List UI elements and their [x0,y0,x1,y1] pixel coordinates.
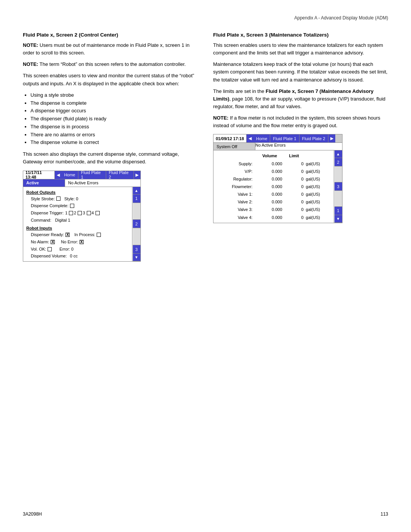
dispense-trigger-row: Dispense Trigger: 1 2 3 4 [26,209,129,217]
list-item: There are no alarms or errors [30,131,198,139]
right-screen-status-errors: No Active Errors [255,143,285,150]
right-para3-prefix: The limits are set in the [213,88,266,94]
list-item: A dispense trigger occurs [30,107,198,115]
dispense-trigger-label: Dispense Trigger: [31,209,64,217]
table-row: Valve 2: 0.000 0 gal(US) [216,198,331,206]
row-label: Regulator: [216,175,256,183]
left-screen-status-errors: No Active Errors [65,179,101,187]
row-unit: gal(US) [304,214,331,221]
vol-ok-row: Vol. OK: Error: 0 [26,246,129,253]
dispenser-ready-label: Dispenser Ready: [31,231,64,238]
vol-ok-checkbox [48,247,52,251]
note3: NOTE: If a flow meter is not included in… [213,114,388,129]
list-item: The dispense volume is correct [30,139,198,147]
row-label: Valve 4: [216,214,256,221]
trigger-1-label: 1 [65,209,67,217]
right-screen-sidebar: ▲ 2 3 1 ▼ [334,150,342,222]
note2-bold: NOTE: [23,61,38,67]
row-volume: 0.000 [256,175,284,183]
row-volume: 0.000 [256,183,284,190]
left-screen-mockup: 11/17/11 13:48 ◀ Home Fluid Plate 1 Flui… [23,171,141,262]
right-screen-tab-home[interactable]: Home [253,134,270,142]
right-screen-fwd-btn[interactable]: ▶ [328,134,335,142]
left-screen-status: Active No Active Errors [23,179,140,187]
note3-bold: NOTE: [213,115,228,121]
list-item: Using a style strobe [30,91,198,99]
col-volume-header: Volume [256,152,284,160]
dispensed-volume-value: 0 cc [70,252,78,260]
row-volume: 0.000 [256,198,284,206]
sidebar-num-3[interactable]: 3 [133,245,140,254]
right-para3: The limits are set in the Fluid Plate x,… [213,88,388,110]
row-limit: 0 [284,214,304,221]
row-limit: 0 [284,198,304,206]
row-volume: 0.000 [256,160,284,168]
row-unit: gal(US) [304,198,331,206]
sidebar-num-1[interactable]: 1 [133,195,140,203]
left-screen-tab-home[interactable]: Home [61,171,78,179]
intro-text: This screen enables users to view and mo… [23,72,198,87]
note2: NOTE: The term “Robot” on this screen re… [23,61,198,68]
row-limit: 0 [284,175,304,183]
left-screen-back-btn[interactable]: ◀ [55,171,61,179]
no-alarm-row: No Alarm: No Error: [26,238,129,246]
outro-text: This screen also displays the current di… [23,150,198,166]
no-error-label: No Error: [61,238,78,246]
left-screen-body: Robot Outputs Style Strobe: Style: 0 Dis… [23,187,140,262]
row-volume: 0.000 [256,214,284,221]
right-sidebar-up-btn[interactable]: ▲ [335,150,342,158]
breadcrumb: Appendix A - Advanced Display Module (AD… [23,15,388,21]
right-sidebar-down-btn[interactable]: ▼ [335,215,342,223]
trigger-4-checkbox [96,211,100,215]
note3-text: If a flow meter is not included in the s… [213,115,380,128]
sidebar-num-2[interactable]: 2 [133,220,140,228]
robot-inputs-title: Robot Inputs [26,226,129,230]
note1-bold: NOTE: [23,42,38,48]
trigger-2-label: 2 [74,209,76,217]
dispense-complete-row: Dispense Complete: [26,202,129,209]
right-screen-tab-fp2[interactable]: Fluid Plate 2 [299,134,328,142]
row-label: Flowmeter: [216,183,256,190]
sidebar-gap [133,203,140,220]
left-screen-content: Robot Outputs Style Strobe: Style: 0 Dis… [23,187,132,262]
row-limit: 0 [284,190,304,198]
left-screen-tab-fp2[interactable]: Fluid Plate 2 [106,171,134,179]
command-row: Command: Digital 1 [26,217,129,224]
style-strobe-row: Style Strobe: Style: 0 [26,195,129,203]
row-label: Valve 3: [216,206,256,213]
right-screen-content: Volume Limit Supply: 0.000 0 gal(US) V/P… [213,150,334,222]
right-screen-body: Volume Limit Supply: 0.000 0 gal(US) V/P… [213,150,342,222]
note2-text: The term “Robot” on this screen refers t… [38,61,186,67]
style-strobe-label: Style Strobe: [31,195,55,203]
right-sidebar-num-3[interactable]: 3 [335,182,342,191]
right-sidebar-num-2[interactable]: 2 [335,158,342,166]
row-unit: gal(US) [304,175,331,183]
command-value: Digital 1 [55,217,70,224]
row-label: Valve 2: [216,198,256,206]
right-screen-tab-fp1[interactable]: Fluid Plate 1 [270,134,299,142]
col-limit-header: Limit [284,152,304,160]
table-row: V/P: 0.000 0 gal(US) [216,168,331,175]
robot-outputs-title: Robot Outputs [26,190,129,195]
left-screen-tab-fp1[interactable]: Fluid Plate 1 [78,171,106,179]
right-screen-back-btn[interactable]: ◀ [247,134,253,142]
style-value: Style: 0 [64,195,78,203]
sidebar-gap-2 [133,228,140,245]
sidebar-up-btn[interactable]: ▲ [133,187,140,195]
table-row: Valve 4: 0.000 0 gal(US) [216,214,331,221]
dispensed-volume-label: Dispensed Volume: [31,252,67,260]
in-process-checkbox [97,233,101,237]
row-limit: 0 [284,183,304,190]
right-screen-mockup: 01/09/12 17:18 ◀ Home Fluid Plate 1 Flui… [213,134,342,223]
right-section-title: Fluid Plate x, Screen 3 (Maintenance Tot… [213,32,388,38]
two-col-layout: Fluid Plate x, Screen 2 (Control Center)… [23,32,388,262]
right-sidebar-num-1[interactable]: 1 [335,207,342,215]
dispense-complete-label: Dispense Complete: [31,202,68,209]
list-item: The dispense is in process [30,123,198,131]
left-screen-fwd-btn[interactable]: ▶ [134,171,140,179]
sidebar-down-btn[interactable]: ▼ [133,254,140,261]
row-limit: 0 [284,206,304,213]
table-row: Valve 3: 0.000 0 gal(US) [216,206,331,213]
right-para1: This screen enables users to view the ma… [213,42,388,57]
error-label: Error: 0 [59,246,73,253]
